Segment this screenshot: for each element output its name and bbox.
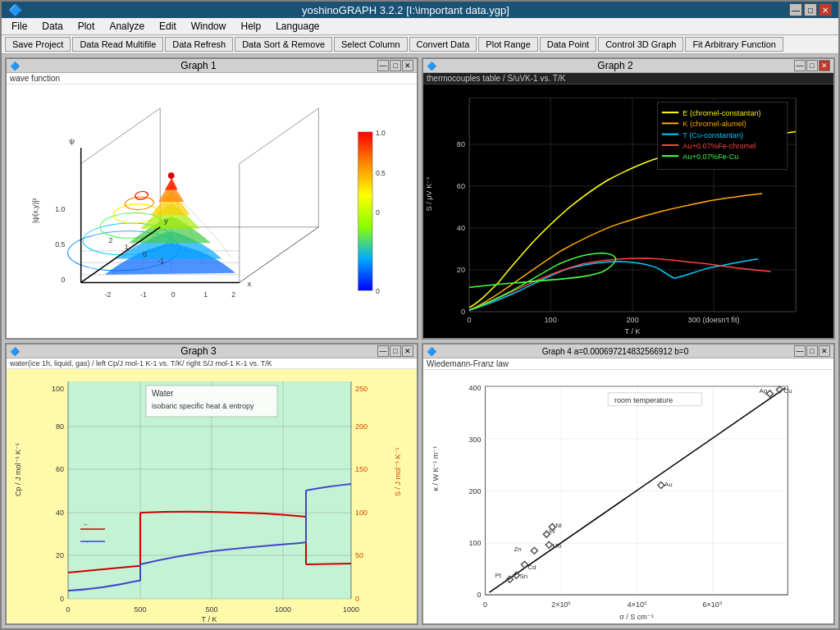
svg-text:6×10⁵: 6×10⁵ [703,600,723,609]
graph1-svg: x y ψ 0 0.5 1.0 |ψ(x,y)|² 1.0 0.5 0 0 [7,84,417,338]
svg-text:0: 0 [143,250,147,258]
data-read-multifile-button[interactable]: Data Read Multifile [72,37,163,52]
convert-data-button[interactable]: Convert Data [409,37,477,52]
window-controls: — □ ✕ [789,3,832,16]
menu-language[interactable]: Language [269,19,326,34]
graph3-content[interactable]: Water isobaric specific heat & entropy 0… [7,369,417,623]
graph1-icon: 🔷 [10,62,20,71]
fit-arbitrary-function-button[interactable]: Fit Arbitrary Function [685,37,783,52]
graph1-panel: 🔷 Graph 1 — □ ✕ wave function [5,57,418,340]
svg-rect-0 [17,84,405,338]
svg-text:-2: -2 [105,290,112,299]
svg-text:x: x [247,279,251,288]
svg-text:1.0: 1.0 [55,205,65,213]
svg-text:0: 0 [60,595,64,603]
svg-text:0: 0 [171,290,176,299]
close-button[interactable]: ✕ [819,3,832,16]
svg-text:0: 0 [461,308,465,316]
svg-text:ψ: ψ [69,136,75,145]
svg-text:Mo: Mo [552,542,562,550]
svg-text:isobaric specific heat & entro: isobaric specific heat & entropy [152,402,254,410]
svg-text:500: 500 [205,605,217,614]
svg-text:60: 60 [457,182,465,190]
svg-text:1: 1 [203,290,208,299]
svg-text:Water: Water [152,389,174,398]
svg-text:50: 50 [355,551,363,559]
graph1-close[interactable]: ✕ [402,60,413,71]
svg-text:40: 40 [56,509,64,517]
menu-plot[interactable]: Plot [71,19,102,34]
graph2-minimize[interactable]: — [794,60,806,71]
minimize-button[interactable]: — [789,3,802,16]
graph3-title: Graph 3 [20,345,377,357]
graph2-close[interactable]: ✕ [819,60,830,71]
svg-rect-24 [358,132,372,290]
svg-text:K (chromel-alumel): K (chromel-alumel) [682,120,746,128]
svg-text:Ni: Ni [555,522,562,529]
svg-text:60: 60 [56,465,64,473]
data-refresh-button[interactable]: Data Refresh [165,37,233,52]
svg-text:150: 150 [355,465,368,473]
svg-text:Ag: Ag [759,387,767,395]
control-3d-graph-button[interactable]: Control 3D Graph [598,37,683,52]
graph4-maximize[interactable]: □ [806,345,818,357]
graph3-minimize[interactable]: — [377,345,389,357]
svg-point-13 [168,172,175,179]
svg-text:0: 0 [468,316,472,324]
graph2-titlebar: 🔷 Graph 2 — □ ✕ [423,59,833,73]
graph2-svg: E (chromel-constantan) K (chromel-alumel… [423,84,833,338]
graph1-minimize[interactable]: — [377,60,389,71]
svg-text:Sn: Sn [519,573,527,580]
svg-text:-1: -1 [140,290,147,299]
svg-text:σ / S cm⁻¹: σ / S cm⁻¹ [619,613,653,621]
window-title: yoshinoGRAPH 3.2.2 [I:\important data.yg… [22,4,789,16]
graph1-content[interactable]: x y ψ 0 0.5 1.0 |ψ(x,y)|² 1.0 0.5 0 0 [7,84,417,338]
graph2-content[interactable]: E (chromel-constantan) K (chromel-alumel… [423,84,833,338]
svg-text:500: 500 [134,605,146,614]
svg-text:0.5: 0.5 [376,169,386,177]
maximize-button[interactable]: □ [804,3,817,16]
graph4-close[interactable]: ✕ [819,345,830,357]
data-point-button[interactable]: Data Point [540,37,596,52]
svg-text:0: 0 [376,208,380,217]
graph4-minimize[interactable]: — [794,345,806,357]
svg-text:0: 0 [477,591,482,599]
svg-text:1000: 1000 [275,605,291,614]
save-project-button[interactable]: Save Project [5,37,71,52]
svg-text:400: 400 [469,384,482,392]
svg-text:Zn: Zn [514,546,521,553]
svg-text:1: 1 [125,243,129,251]
graph3-maximize[interactable]: □ [390,345,401,357]
menu-data[interactable]: Data [35,19,69,34]
graph1-titlebar: 🔷 Graph 1 — □ ✕ [7,59,417,73]
menu-analyze[interactable]: Analyze [103,19,151,34]
svg-text:80: 80 [457,140,465,148]
svg-text:100: 100 [469,539,482,547]
select-column-button[interactable]: Select Column [334,37,408,52]
menu-edit[interactable]: Edit [153,19,183,34]
svg-text:200: 200 [626,316,638,324]
graph4-content[interactable]: Pt Sn Cd Zn Mo W [423,370,833,623]
svg-text:40: 40 [457,224,465,232]
plot-range-button[interactable]: Plot Range [478,37,537,52]
svg-text:250: 250 [355,385,368,393]
graph4-subtitle: Wiedemann-Franz law [423,358,833,370]
menu-help[interactable]: Help [234,19,267,34]
menu-file[interactable]: File [5,19,34,34]
svg-text:-1: -1 [158,257,164,265]
svg-text:T (Cu-constantan): T (Cu-constantan) [682,131,743,139]
graph3-panel: 🔷 Graph 3 — □ ✕ water(ice 1h, liquid, ga… [5,343,418,625]
menu-window[interactable]: Window [185,19,233,34]
graph4-svg: Pt Sn Cd Zn Mo W [423,370,833,623]
data-sort-remove-button[interactable]: Data Sort & Remove [235,37,332,52]
graph3-close[interactable]: ✕ [402,345,413,357]
graph2-maximize[interactable]: □ [806,60,818,71]
graph1-maximize[interactable]: □ [390,60,401,71]
svg-text:300: 300 [469,436,482,444]
graph3-titlebar: 🔷 Graph 3 — □ ✕ [7,345,417,358]
graph3-svg: Water isobaric specific heat & entropy 0… [7,369,417,623]
svg-text:Cd: Cd [527,564,536,571]
svg-text:Au: Au [664,481,673,488]
graph4-panel: 🔷 Graph 4 a=0.000697214832566912 b=0 — □… [422,343,835,625]
svg-text:200: 200 [355,422,368,431]
